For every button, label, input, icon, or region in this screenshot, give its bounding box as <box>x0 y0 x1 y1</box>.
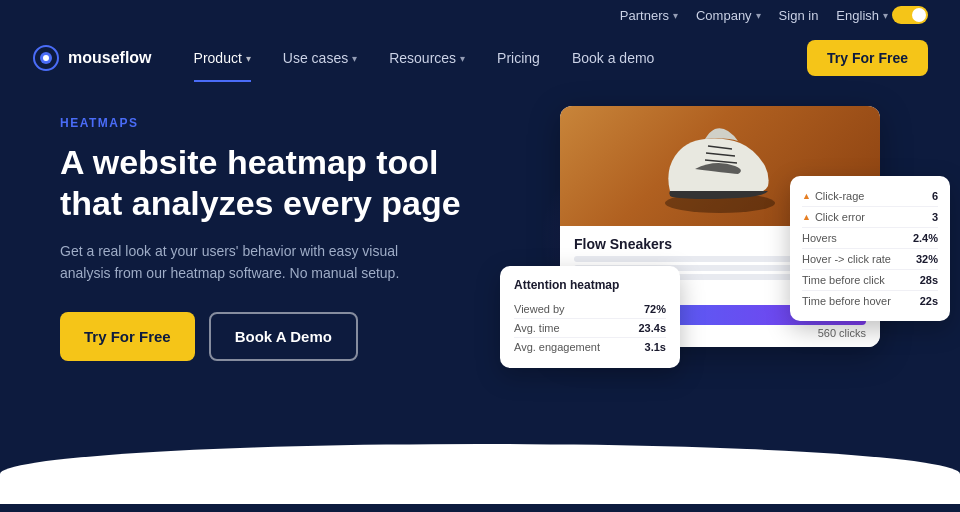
company-label: Company <box>696 8 752 23</box>
partners-chevron-icon: ▾ <box>673 10 678 21</box>
try-free-hero-button[interactable]: Try For Free <box>60 312 195 361</box>
metric-hovers: Hovers 2.4% <box>802 228 938 249</box>
metric-click-error: ▲ Click error 3 <box>802 207 938 228</box>
signin-top[interactable]: Sign in <box>779 8 819 23</box>
metric-time-before-click: Time before click 28s <box>802 270 938 291</box>
stat-avg-engagement: Avg. engagement 3.1s <box>514 338 666 356</box>
language-chevron-icon: ▾ <box>883 10 888 21</box>
stat-viewed-value: 72% <box>644 303 666 315</box>
nav-book-demo-label: Book a demo <box>572 50 655 66</box>
hero-title: A website heatmap tool that analyzes eve… <box>60 142 480 224</box>
company-chevron-icon: ▾ <box>756 10 761 21</box>
nav-product[interactable]: Product ▾ <box>180 42 265 74</box>
language-toggle[interactable] <box>892 6 928 24</box>
metric-hover-click-label: Hover -> click rate <box>802 253 891 265</box>
metric-time-hover-label: Time before hover <box>802 295 891 307</box>
metric-hovers-label: Hovers <box>802 232 837 244</box>
hero-description: Get a real look at your users' behavior … <box>60 240 400 285</box>
metric-click-rage-value: 6 <box>932 190 938 202</box>
svg-point-2 <box>43 55 49 61</box>
nav-book-demo[interactable]: Book a demo <box>558 42 669 74</box>
nav-items: Product ▾ Use cases ▾ Resources ▾ Pricin… <box>180 42 808 74</box>
nav-product-chevron: ▾ <box>246 53 251 64</box>
hero-illustration: Flow Sneakers € 120.00 560 clicks Attent… <box>480 96 920 416</box>
stats-card: Attention heatmap Viewed by 72% Avg. tim… <box>500 266 680 368</box>
nav-use-cases[interactable]: Use cases ▾ <box>269 42 371 74</box>
stat-viewed-label: Viewed by <box>514 303 565 315</box>
hero-section: HEATMAPS A website heatmap tool that ana… <box>0 86 960 504</box>
warn-icon-1: ▲ <box>802 191 811 201</box>
metric-time-before-hover: Time before hover 22s <box>802 291 938 311</box>
metric-hover-click-rate: Hover -> click rate 32% <box>802 249 938 270</box>
partners-menu[interactable]: Partners ▾ <box>620 8 678 23</box>
nav-use-cases-label: Use cases <box>283 50 348 66</box>
logo-text: mouseflow <box>68 49 152 67</box>
section-label: HEATMAPS <box>60 116 480 130</box>
partners-label: Partners <box>620 8 669 23</box>
stat-viewed-by: Viewed by 72% <box>514 300 666 319</box>
metric-click-error-label: ▲ Click error <box>802 211 865 223</box>
nav-use-cases-chevron: ▾ <box>352 53 357 64</box>
navbar: mouseflow Product ▾ Use cases ▾ Resource… <box>0 30 960 86</box>
metric-hover-click-value: 32% <box>916 253 938 265</box>
metric-hovers-value: 2.4% <box>913 232 938 244</box>
metric-click-error-value: 3 <box>932 211 938 223</box>
top-bar: Partners ▾ Company ▾ Sign in English ▾ <box>0 0 960 30</box>
nav-resources-label: Resources <box>389 50 456 66</box>
nav-product-label: Product <box>194 50 242 66</box>
metric-click-rage-label: ▲ Click-rage <box>802 190 864 202</box>
metric-time-hover-value: 22s <box>920 295 938 307</box>
metric-time-click-value: 28s <box>920 274 938 286</box>
nav-resources-chevron: ▾ <box>460 53 465 64</box>
metrics-card: ▲ Click-rage 6 ▲ Click error 3 Hovers 2.… <box>790 176 950 321</box>
stats-card-title: Attention heatmap <box>514 278 666 292</box>
stat-engagement-value: 3.1s <box>645 341 666 353</box>
stat-avg-time-label: Avg. time <box>514 322 560 334</box>
logo-icon <box>32 44 60 72</box>
metric-time-click-label: Time before click <box>802 274 885 286</box>
shoe-illustration <box>650 111 790 221</box>
signin-top-label: Sign in <box>779 8 819 23</box>
try-free-nav-button[interactable]: Try For Free <box>807 40 928 76</box>
language-menu[interactable]: English ▾ <box>836 6 928 24</box>
language-label: English <box>836 8 879 23</box>
metric-click-rage: ▲ Click-rage 6 <box>802 186 938 207</box>
stat-avg-time: Avg. time 23.4s <box>514 319 666 338</box>
wave-bottom <box>0 444 960 504</box>
book-demo-hero-button[interactable]: Book A Demo <box>209 312 358 361</box>
stat-avg-time-value: 23.4s <box>638 322 666 334</box>
nav-resources[interactable]: Resources ▾ <box>375 42 479 74</box>
hero-buttons: Try For Free Book A Demo <box>60 312 480 361</box>
logo[interactable]: mouseflow <box>32 44 152 72</box>
nav-right: Try For Free <box>807 40 928 76</box>
stat-engagement-label: Avg. engagement <box>514 341 600 353</box>
nav-pricing[interactable]: Pricing <box>483 42 554 74</box>
company-menu[interactable]: Company ▾ <box>696 8 761 23</box>
warn-icon-2: ▲ <box>802 212 811 222</box>
nav-pricing-label: Pricing <box>497 50 540 66</box>
